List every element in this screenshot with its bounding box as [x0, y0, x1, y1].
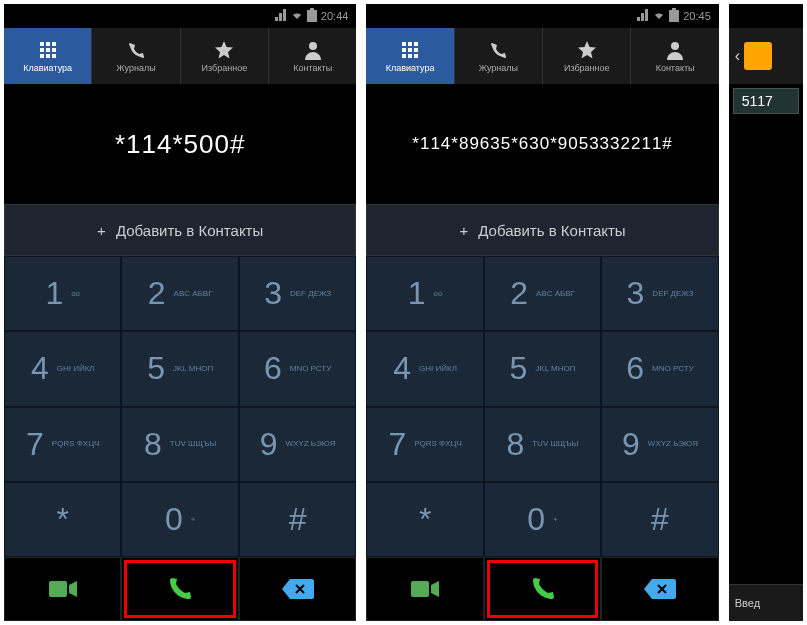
key-0[interactable]: 0+	[484, 482, 601, 557]
phone-screen-3-partial: ‹ 5117 Введ	[729, 4, 803, 621]
video-call-button[interactable]	[4, 557, 121, 621]
tab-contacts[interactable]: Контакты	[631, 28, 718, 84]
logs-icon	[125, 39, 147, 61]
person-icon	[302, 39, 324, 61]
svg-point-11	[309, 42, 317, 50]
tab-keypad[interactable]: Клавиатура	[4, 28, 92, 84]
phone-screen-1: 20:44 Клавиатура Журналы Избранное Конта…	[4, 4, 356, 621]
tab-favorites[interactable]: Избранное	[543, 28, 631, 84]
keypad: 1оо 2ABC АБВГ 3DEF ДЕЖЗ 4GHI ИЙКЛ 5JKL М…	[4, 256, 356, 557]
svg-rect-25	[411, 581, 429, 597]
tab-favorites[interactable]: Избранное	[181, 28, 269, 84]
svg-rect-10	[52, 54, 56, 58]
tab-label: Избранное	[202, 63, 248, 73]
svg-rect-22	[408, 54, 412, 58]
status-bar: 20:44	[4, 4, 356, 28]
star-icon	[576, 39, 598, 61]
tab-logs[interactable]: Журналы	[92, 28, 180, 84]
add-contact-label: Добавить в Контакты	[116, 222, 263, 239]
backspace-button[interactable]	[601, 557, 718, 621]
backspace-button[interactable]	[239, 557, 356, 621]
key-5[interactable]: 5JKL МНОП	[121, 331, 238, 406]
svg-rect-17	[414, 42, 418, 46]
key-5[interactable]: 5JKL МНОП	[484, 331, 601, 406]
add-contact-label: Добавить в Контакты	[478, 222, 625, 239]
partial-input[interactable]: Введ	[729, 584, 803, 621]
number-display: *114*89635*630*9053332211#	[366, 84, 718, 204]
keypad: 1оо 2ABC АБВГ 3DEF ДЕЖЗ 4GHI ИЙКЛ 5JKL М…	[366, 256, 718, 557]
tab-label: Клавиатура	[386, 63, 435, 73]
svg-rect-19	[408, 48, 412, 52]
highlight-box	[124, 560, 235, 618]
tab-keypad[interactable]: Клавиатура	[366, 28, 454, 84]
tab-label: Контакты	[656, 63, 695, 73]
person-icon	[664, 39, 686, 61]
key-6[interactable]: 6MNO РСТУ	[601, 331, 718, 406]
message-icon	[744, 42, 772, 70]
key-star[interactable]: *	[4, 482, 121, 557]
status-time: 20:45	[683, 10, 711, 22]
svg-rect-4	[52, 42, 56, 46]
svg-rect-6	[46, 48, 50, 52]
key-1[interactable]: 1оо	[366, 256, 483, 331]
wifi-icon	[653, 9, 665, 23]
back-icon[interactable]: ‹	[735, 47, 740, 65]
keypad-icon	[399, 39, 421, 61]
status-bar: 20:45	[366, 4, 718, 28]
key-7[interactable]: 7PQRS ФХЦЧ	[366, 407, 483, 482]
key-hash[interactable]: #	[601, 482, 718, 557]
battery-icon	[307, 8, 317, 24]
svg-rect-14	[672, 8, 676, 10]
keypad-icon	[37, 39, 59, 61]
partial-header: ‹	[729, 28, 803, 84]
key-9[interactable]: 9WXYZ ЬЭЮЯ	[239, 407, 356, 482]
star-icon	[213, 39, 235, 61]
key-4[interactable]: 4GHI ИЙКЛ	[4, 331, 121, 406]
key-7[interactable]: 7PQRS ФХЦЧ	[4, 407, 121, 482]
key-0[interactable]: 0+	[121, 482, 238, 557]
signal-icon	[637, 9, 649, 23]
tab-label: Клавиатура	[23, 63, 72, 73]
key-3[interactable]: 3DEF ДЕЖЗ	[601, 256, 718, 331]
action-row	[366, 557, 718, 621]
call-button[interactable]	[484, 557, 601, 621]
svg-rect-2	[40, 42, 44, 46]
key-6[interactable]: 6MNO РСТУ	[239, 331, 356, 406]
call-button[interactable]	[121, 557, 238, 621]
key-star[interactable]: *	[366, 482, 483, 557]
top-tabs: Клавиатура Журналы Избранное Контакты	[4, 28, 356, 84]
tab-label: Избранное	[564, 63, 610, 73]
svg-rect-21	[402, 54, 406, 58]
key-2[interactable]: 2ABC АБВГ	[484, 256, 601, 331]
status-time: 20:44	[321, 10, 349, 22]
svg-rect-12	[49, 581, 67, 597]
add-to-contacts[interactable]: + Добавить в Контакты	[4, 204, 356, 256]
action-row	[4, 557, 356, 621]
key-8[interactable]: 8TUV ШЩЪЫ	[484, 407, 601, 482]
phone-screen-2: 20:45 Клавиатура Журналы Избранное Конта…	[366, 4, 718, 621]
partial-number: 5117	[733, 88, 799, 114]
key-9[interactable]: 9WXYZ ЬЭЮЯ	[601, 407, 718, 482]
key-hash[interactable]: #	[239, 482, 356, 557]
logs-icon	[487, 39, 509, 61]
battery-icon	[669, 8, 679, 24]
svg-rect-3	[46, 42, 50, 46]
partial-body	[729, 118, 803, 584]
key-3[interactable]: 3DEF ДЕЖЗ	[239, 256, 356, 331]
status-bar	[729, 4, 803, 28]
tab-logs[interactable]: Журналы	[455, 28, 543, 84]
key-1[interactable]: 1оо	[4, 256, 121, 331]
key-4[interactable]: 4GHI ИЙКЛ	[366, 331, 483, 406]
add-to-contacts[interactable]: + Добавить в Контакты	[366, 204, 718, 256]
tab-contacts[interactable]: Контакты	[269, 28, 356, 84]
svg-rect-20	[414, 48, 418, 52]
svg-rect-0	[307, 10, 317, 22]
tab-label: Контакты	[293, 63, 332, 73]
plus-icon: +	[97, 222, 106, 239]
key-8[interactable]: 8TUV ШЩЪЫ	[121, 407, 238, 482]
video-call-button[interactable]	[366, 557, 483, 621]
key-2[interactable]: 2ABC АБВГ	[121, 256, 238, 331]
plus-icon: +	[459, 222, 468, 239]
svg-point-24	[671, 42, 679, 50]
highlight-box	[487, 560, 598, 618]
